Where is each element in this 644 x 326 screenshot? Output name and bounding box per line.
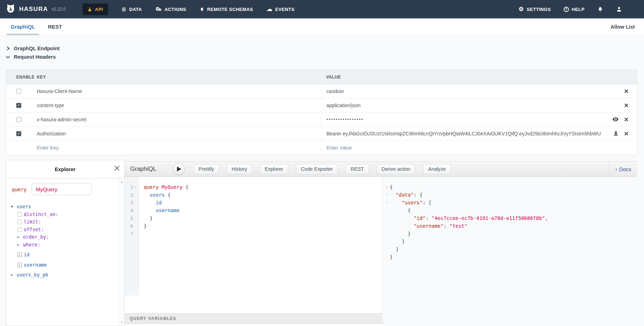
tree-item-label: users [17, 203, 31, 211]
help-button[interactable]: ? HELP [564, 7, 585, 12]
prettify-button[interactable]: Prettify [194, 164, 219, 174]
flask-icon [87, 7, 92, 12]
explorer-tree-item[interactable]: ▼users [9, 203, 117, 211]
graphql-endpoint-toggle[interactable]: GraphQL Endpoint [6, 46, 59, 51]
editor-gutter: 1▾234567 [125, 177, 139, 296]
checked-checkbox-icon[interactable]: ✓ [17, 263, 22, 267]
table-header-row: ENABLE KEY VALUE [6, 70, 637, 84]
unchecked-checkbox-icon[interactable] [17, 227, 22, 232]
header-value[interactable]: casdoor [326, 88, 606, 94]
code-line: query MyQuery { [144, 183, 382, 191]
chevron-right-icon[interactable]: ▶ [11, 271, 17, 279]
docs-toggle[interactable]: ‹ Docs [609, 162, 637, 176]
code-exporter-button[interactable]: Code Exporter [296, 164, 338, 174]
query-variables-bar[interactable]: QUERY VARIABLES [125, 313, 382, 324]
explorer-scrollbar[interactable]: ▲ ▼ [119, 179, 124, 326]
user-avatar-icon[interactable] [616, 6, 622, 12]
scroll-up-icon[interactable]: ▲ [119, 180, 124, 184]
header-key[interactable]: Authorization [32, 131, 321, 136]
notifications-bell-icon[interactable] [597, 6, 603, 12]
header-key[interactable]: x-hasura-admin-secret [32, 117, 321, 122]
line-number: 6 [125, 222, 138, 230]
explorer-tree-item[interactable]: ✓id [9, 251, 117, 259]
result-line: "id": "4ec7ccee-ec7b-4191-a78d-e11f50686… [384, 214, 637, 222]
nav-item-actions[interactable]: ⚙⚙ ACTIONS [155, 6, 186, 12]
fold-arrow-icon[interactable]: ▾ [384, 183, 390, 191]
editor-code[interactable]: query MyQuery { users { id username }} [139, 177, 382, 285]
nav-item-remote-schemas[interactable]: REMOTE SCHEMAS [200, 7, 253, 12]
settings-button[interactable]: ⚙ SETTINGS [519, 6, 551, 12]
header-key[interactable]: content-type [32, 103, 321, 108]
explorer-tree-item[interactable]: ▶users_by_pk [9, 271, 117, 279]
explorer-button[interactable]: Explorer [260, 164, 288, 174]
rest-button[interactable]: REST [346, 164, 369, 174]
main-nav: API DATA ⚙⚙ ACTIONS REMOTE SCHEMAS ☁ EVE… [82, 4, 295, 15]
chevron-right-icon[interactable]: ▶ [17, 241, 23, 249]
fold-arrow-icon[interactable]: ▾ [384, 199, 390, 206]
query-editor[interactable]: 1▾234567 query MyQuery { users { id user… [125, 177, 382, 326]
new-header-key-input[interactable] [37, 145, 307, 151]
analyze-button[interactable]: Analyze [423, 164, 451, 174]
header-value-jwt[interactable]: Bearer eyJhbGciOiJSUzI1NiIsImtpZCI6ImNlc… [326, 131, 606, 136]
database-icon [121, 7, 126, 12]
result-line: ] [384, 238, 637, 245]
fold-arrow-icon[interactable]: ▾ [384, 191, 390, 199]
fold-arrow-icon[interactable]: ▾ [133, 186, 137, 189]
header-value-masked[interactable]: •••••••••••••••• [326, 117, 606, 122]
toolbar-buttons: Prettify History Explorer Code Exporter … [194, 164, 451, 174]
result-line: "username": "test" [384, 222, 637, 230]
explorer-tree-item[interactable]: limit: [9, 218, 117, 226]
derive-action-button[interactable]: Derive action [377, 164, 416, 174]
header-enable-checkbox[interactable]: ✓ [16, 103, 21, 108]
plug-icon [200, 7, 204, 12]
result-line: ▾{ [384, 183, 637, 191]
remove-header-icon[interactable] [624, 132, 628, 136]
table-row: ✓ content-type application/json [6, 98, 637, 112]
history-button[interactable]: History [227, 164, 252, 174]
close-explorer-icon[interactable] [114, 165, 120, 171]
query-variables-editor[interactable] [125, 324, 382, 326]
help-label: HELP [572, 7, 585, 12]
allow-list-link[interactable]: Allow List [611, 24, 635, 30]
nav-item-data[interactable]: DATA [121, 7, 142, 12]
tree-item-label: users_by_pk [17, 271, 48, 279]
hasura-logo-icon: λ [5, 4, 16, 15]
result-line: } [384, 253, 637, 261]
nav-item-api[interactable]: API [82, 4, 108, 15]
execute-query-button[interactable] [173, 163, 185, 175]
header-key[interactable]: Hasura-Client-Name [32, 88, 321, 94]
header-enable-checkbox[interactable]: ✓ [16, 131, 21, 136]
explorer-tree-item[interactable]: distinct_on: [9, 211, 117, 219]
chevron-down-icon[interactable]: ▼ [11, 203, 17, 211]
scroll-down-icon[interactable]: ▼ [119, 321, 124, 324]
checked-checkbox-icon[interactable]: ✓ [17, 252, 22, 257]
query-name-input[interactable] [32, 184, 92, 195]
jwt-decoder-user-secret-icon[interactable] [613, 131, 619, 136]
nav-item-events[interactable]: ☁ EVENTS [267, 6, 295, 12]
header-value[interactable]: application/json [326, 103, 606, 108]
explorer-tree-item[interactable]: ✓username [9, 261, 117, 269]
reveal-eye-icon[interactable] [612, 117, 619, 122]
explorer-tree-item[interactable]: offset: [9, 226, 117, 234]
hasura-logo[interactable]: λ HASURA v2.22.0 [5, 4, 65, 15]
remove-header-icon[interactable] [624, 89, 628, 93]
unchecked-checkbox-icon[interactable] [17, 220, 22, 224]
chevron-right-icon[interactable]: ▶ [17, 233, 23, 241]
svg-text:λ: λ [9, 7, 12, 12]
table-row: Hasura-Client-Name casdoor [6, 84, 637, 98]
line-number: 3 [125, 199, 138, 206]
remove-header-icon[interactable] [624, 117, 628, 122]
unchecked-checkbox-icon[interactable] [17, 212, 22, 217]
explorer-tree-item[interactable]: ▶where: [9, 241, 117, 249]
request-headers-toggle[interactable]: Request Headers [6, 54, 56, 60]
header-enable-checkbox[interactable] [16, 89, 21, 94]
header-enable-checkbox[interactable] [16, 117, 21, 122]
nav-item-label: REMOTE SCHEMAS [207, 7, 253, 12]
tab-rest[interactable]: REST [48, 18, 62, 35]
tab-graphiql[interactable]: GraphiQL [11, 18, 35, 35]
remove-header-icon[interactable] [624, 103, 628, 107]
explorer-tree-item[interactable]: ▶order_by: [9, 233, 117, 241]
docs-label: Docs [619, 166, 631, 172]
code-line [144, 230, 382, 238]
new-header-value-input[interactable] [326, 145, 621, 151]
